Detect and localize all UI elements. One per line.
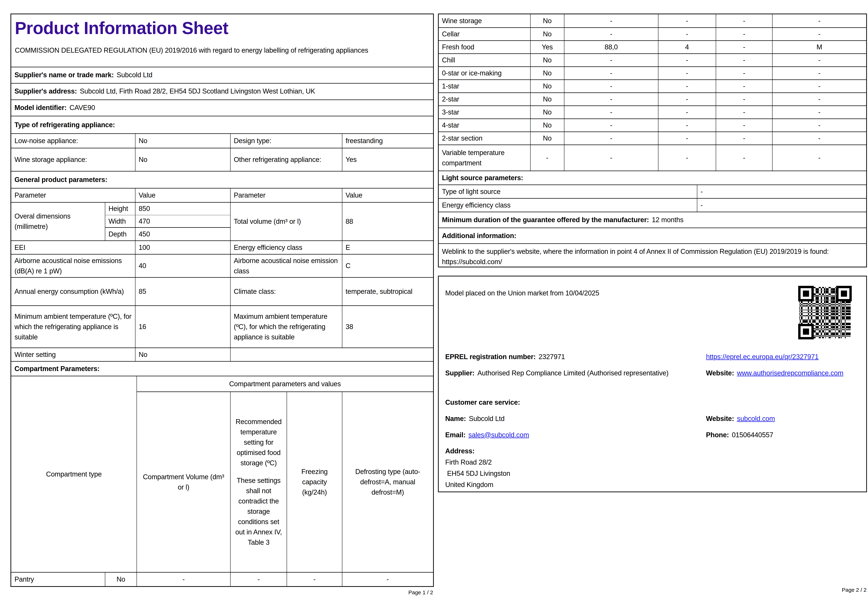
compartment-present: No [530,132,564,144]
supplier-name-value: Subcold Ltd [117,71,152,79]
dimension-value: 450 [135,228,230,241]
param-value: freestanding [342,134,433,148]
compartment-defrost: - [772,145,866,171]
page-1: Product Information Sheet COMMISSION DEL… [10,13,434,587]
compartment-name: Fresh food [439,41,530,53]
supplier-value: Authorised Rep Compliance Limited (Autho… [477,369,668,377]
light-heading: Light source parameters: [439,171,866,184]
supplier-website-link[interactable]: www.authorisedrepcompliance.com [737,369,843,377]
param-value: - [697,199,866,212]
param-label: Maximum ambient temperature (ºC), for wh… [230,306,342,348]
address-label: Address: [445,446,510,457]
column-header: Value [135,189,230,202]
model-identifier-label: Model identifier: [15,104,67,111]
type-heading: Type of refrigerating appliance: [11,116,433,133]
compartment-present: No [530,93,564,105]
param-value: 40 [135,254,230,277]
compartment-defrost: - [772,67,866,79]
table-row: EEI 100 Energy efficiency class E [11,241,433,254]
compartment-freezing: - [716,54,772,66]
table-row: Winter setting No [11,348,433,361]
table-row: Chill No - - - - [439,53,866,66]
document-canvas: { "colors": { "title": "#3a1096", "link"… [0,0,868,597]
additional-heading: Additional information: [439,228,866,243]
param-value: 88 [342,203,433,241]
compartment-temperature: - [658,145,716,171]
supplier-address-label: Supplier's address: [15,88,77,95]
compartment-defrost: - [772,80,866,92]
compartment-defrost: M [772,41,866,53]
table-header-row: Parameter Value Parameter Value [11,188,433,202]
dimension-key: Depth [105,228,135,241]
compartment-temperature: - [658,14,716,27]
param-label: Overal dimensions (millimetre) [11,203,105,241]
care-email-row: Email:sales@subcold.com [445,430,529,440]
param-value: temperate, subtropical [342,278,433,305]
care-website-link[interactable]: subcold.com [737,415,775,422]
compartment-volume: - [564,28,658,40]
param-value: 100 [135,241,230,254]
param-value: No [135,348,230,361]
name-value: Subcold Ltd [469,415,505,422]
param-label: Total volume (dm³ or l) [230,203,342,241]
param-value: 16 [135,306,230,348]
eprel-link[interactable]: https://eprel.ec.europa.eu/qr/2327971 [706,353,819,361]
param-label: Other refrigerating appliance: [230,149,342,171]
param-value: E [342,241,433,254]
param-label: Energy efficiency class [230,241,342,254]
address-block: Address: Firth Road 28/2 EH54 5DJ Living… [445,446,510,490]
customer-care-heading: Customer care service: [445,397,520,408]
supplier-row: Supplier:Authorised Rep Compliance Limit… [445,368,698,378]
compartment-name: 1-star [439,80,530,92]
compartment-freezing: - [716,80,772,92]
param-label: Airborne acoustical noise emissions (dB(… [11,254,135,277]
compartment-volume: - [564,54,658,66]
dimension-value: 850 [135,203,230,215]
table-row: Low-noise appliance: No Design type: fre… [11,133,433,148]
compartment-volume: - [564,93,658,105]
param-label: Minimum ambient temperature (ºC), for wh… [11,306,135,348]
dimension-key: Width [105,215,135,228]
compartment-heading-row: Compartment Parameters: [11,361,433,376]
general-heading: General product parameters: [11,171,433,188]
qr-finder-bottom-left [798,324,814,339]
column-header-line: Recommended temperature setting for opti… [234,417,284,468]
table-row: 0-star or ice-making No - - - - [439,66,866,79]
compartment-name: 0-star or ice-making [439,67,530,79]
compartment-defrost: - [772,93,866,105]
address-line: EH54 5DJ Livingston [445,468,510,479]
compartment-name: Variable temperature compartment [439,145,530,171]
param-label: Annual energy consumption (kWh/a) [11,278,135,305]
compartment-volume: - [564,106,658,119]
compartment-freezing: - [716,145,772,171]
compartment-present: No [530,119,564,132]
param-value: C [342,254,433,277]
address-line: United Kingdom [445,479,510,490]
page-2-market-box: Model placed on the Union market from 10… [438,276,867,492]
param-label: Wine storage appliance: [11,149,135,171]
column-header: Compartment Volume (dm³ or l) [136,392,230,572]
span-header: Compartment parameters and values [136,376,433,392]
compartment-name: Pantry [11,573,105,586]
compartment-volume: - [564,14,658,27]
compartment-name: 3-star [439,106,530,119]
compartment-present: No [530,14,564,27]
weblink-text: Weblink to the supplier's website, where… [442,248,829,255]
column-header: Parameter [11,189,135,202]
supplier-website-row: Website:www.authorisedrepcompliance.com [706,368,862,378]
compartment-present: No [530,106,564,119]
eprel-row: EPREL registration number:2327971 [445,352,565,362]
care-email-link[interactable]: sales@subcold.com [468,431,529,439]
compartment-freezing: - [716,93,772,105]
compartment-temperature: - [658,80,716,92]
table-row: 1-star No - - - - [439,79,866,92]
name-label: Name: [445,415,466,422]
compartment-name: 2-star section [439,132,530,144]
compartment-present: No [105,573,136,586]
column-header: Value [342,189,433,202]
param-value: No [135,134,230,148]
guarantee-label: Minimum duration of the guarantee offere… [442,216,649,224]
model-identifier-cell: Model identifier:CAVE90 [11,100,433,116]
compartment-present: No [530,80,564,92]
model-identifier-row: Model identifier:CAVE90 [11,100,433,116]
